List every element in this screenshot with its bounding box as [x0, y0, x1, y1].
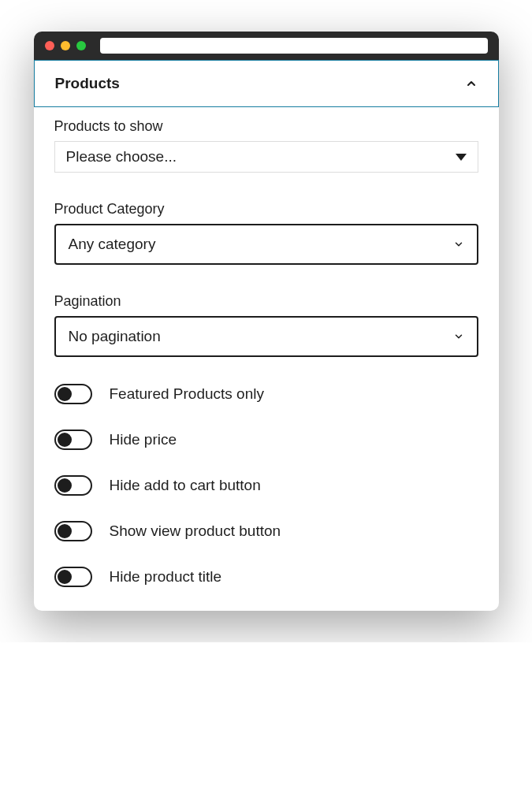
featured-products-toggle-label: Featured Products only: [110, 385, 264, 403]
product-category-label: Product Category: [54, 201, 478, 218]
products-to-show-field: Products to show Please choose...: [54, 118, 478, 173]
hide-add-to-cart-toggle-label: Hide add to cart button: [110, 477, 261, 494]
product-category-select[interactable]: Any category: [54, 224, 478, 265]
products-panel-header[interactable]: Products: [34, 60, 499, 107]
products-to-show-select[interactable]: Please choose...: [54, 141, 478, 173]
show-view-product-toggle-label: Show view product button: [110, 523, 281, 540]
featured-products-toggle[interactable]: [54, 384, 92, 404]
hide-price-toggle-label: Hide price: [110, 431, 177, 448]
pagination-label: Pagination: [54, 293, 478, 310]
pagination-field: Pagination No pagination: [54, 293, 478, 357]
product-category-value: Any category: [69, 236, 156, 253]
hide-product-title-toggle[interactable]: [54, 567, 92, 587]
featured-products-toggle-row: Featured Products only: [54, 384, 478, 404]
window-titlebar: [34, 32, 499, 60]
pagination-select[interactable]: No pagination: [54, 316, 478, 357]
hide-product-title-toggle-row: Hide product title: [54, 567, 478, 587]
show-view-product-toggle-row: Show view product button: [54, 521, 478, 541]
pagination-value: No pagination: [69, 328, 161, 345]
window-close-icon[interactable]: [45, 41, 54, 50]
triangle-down-icon: [456, 154, 467, 161]
settings-window: Products Products to show Please choose.…: [34, 32, 499, 611]
products-panel-body: Products to show Please choose... Produc…: [34, 107, 499, 611]
chevron-down-icon: [453, 331, 464, 342]
toggles-group: Featured Products only Hide price Hide a…: [54, 384, 478, 587]
hide-add-to-cart-toggle[interactable]: [54, 475, 92, 496]
hide-price-toggle[interactable]: [54, 430, 92, 450]
chevron-up-icon: [465, 77, 478, 90]
products-to-show-value: Please choose...: [66, 148, 177, 165]
hide-product-title-toggle-label: Hide product title: [110, 568, 222, 586]
hide-price-toggle-row: Hide price: [54, 430, 478, 450]
window-maximize-icon[interactable]: [76, 41, 86, 50]
panel-title: Products: [55, 75, 120, 92]
window-minimize-icon[interactable]: [61, 41, 70, 50]
show-view-product-toggle[interactable]: [54, 521, 92, 541]
chevron-down-icon: [453, 239, 464, 250]
hide-add-to-cart-toggle-row: Hide add to cart button: [54, 475, 478, 496]
url-bar[interactable]: [100, 38, 488, 54]
product-category-field: Product Category Any category: [54, 201, 478, 265]
products-to-show-label: Products to show: [54, 118, 478, 135]
